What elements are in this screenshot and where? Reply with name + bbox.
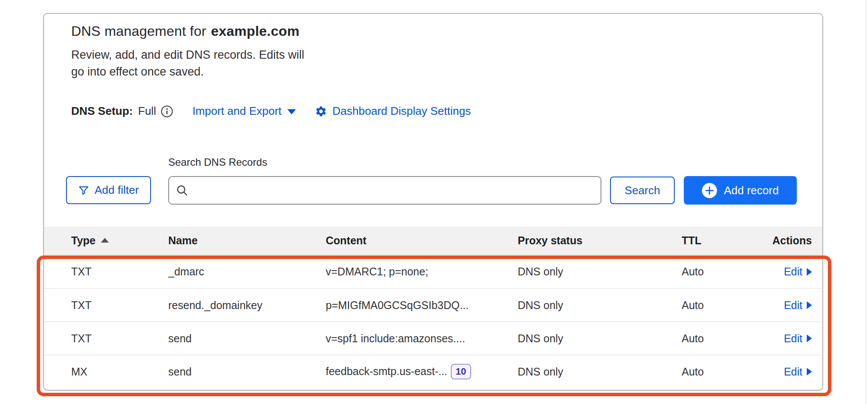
cell-ttl: Auto: [682, 299, 764, 312]
plus-icon: [702, 183, 717, 198]
column-header-actions: Actions: [764, 234, 812, 247]
edit-record-button[interactable]: Edit: [784, 299, 812, 312]
cell-type: MX: [71, 366, 168, 378]
add-filter-label: Add filter: [94, 183, 139, 197]
add-record-label: Add record: [724, 184, 779, 197]
cell-content: p=MIGfMA0GCSqGSIb3DQ...: [326, 299, 518, 312]
import-export-link[interactable]: Import and Export: [192, 104, 296, 118]
column-header-name[interactable]: Name: [168, 234, 326, 247]
page-title: DNS management for example.com: [71, 23, 299, 39]
dns-records-table: Type Name Content Proxy status TTL Actio…: [44, 227, 822, 388]
cell-type: TXT: [71, 265, 168, 278]
dashboard-display-settings-link[interactable]: Dashboard Display Settings: [315, 104, 471, 118]
table-row: TXT resend._domainkey p=MIGfMA0GCSqGSIb3…: [44, 288, 822, 322]
window-edge: [865, 0, 866, 404]
mx-priority-badge: 10: [451, 364, 471, 379]
page-title-domain: example.com: [211, 23, 299, 39]
add-filter-button[interactable]: Add filter: [66, 176, 151, 204]
search-button-label: Search: [625, 184, 660, 197]
cell-name: resend._domainkey: [168, 299, 326, 312]
column-header-proxy-status[interactable]: Proxy status: [518, 234, 682, 247]
cell-ttl: Auto: [682, 332, 764, 345]
cell-name: send: [168, 332, 326, 345]
subtitle-line-1: Review, add, and edit DNS records. Edits…: [71, 47, 304, 63]
table-row: TXT send v=spf1 include:amazonses.... DN…: [44, 322, 822, 355]
chevron-right-icon: [807, 335, 812, 342]
edit-record-button[interactable]: Edit: [784, 366, 812, 378]
column-header-type[interactable]: Type: [71, 234, 168, 247]
gear-icon: [315, 105, 327, 117]
table-row: MX send feedback-smtp.us-east-... 10 DNS…: [44, 355, 822, 388]
chevron-right-icon: [807, 268, 812, 276]
dns-setup-label: DNS Setup:: [71, 104, 133, 118]
table-header-row: Type Name Content Proxy status TTL Actio…: [44, 227, 822, 255]
dns-management-card: DNS management for example.com Review, a…: [43, 13, 823, 391]
cell-ttl: Auto: [682, 265, 764, 278]
cell-proxy-status: DNS only: [518, 265, 682, 278]
cell-type: TXT: [71, 332, 168, 345]
chevron-down-icon: [287, 109, 296, 114]
page-subtitle: Review, add, and edit DNS records. Edits…: [71, 47, 304, 80]
cell-type: TXT: [71, 299, 168, 312]
search-input[interactable]: [168, 176, 601, 205]
cell-name: send: [168, 366, 326, 378]
cell-ttl: Auto: [682, 366, 764, 378]
page: DNS management for example.com Review, a…: [0, 0, 868, 404]
chevron-right-icon: [807, 301, 812, 309]
cell-proxy-status: DNS only: [518, 299, 682, 312]
info-icon[interactable]: [160, 105, 173, 118]
chevron-right-icon: [807, 368, 812, 376]
dashboard-display-settings-label: Dashboard Display Settings: [333, 104, 471, 118]
edit-record-button[interactable]: Edit: [784, 265, 812, 278]
import-export-label: Import and Export: [192, 104, 282, 118]
search-button[interactable]: Search: [610, 177, 675, 204]
cell-content: feedback-smtp.us-east-... 10: [326, 364, 518, 379]
column-header-ttl[interactable]: TTL: [682, 234, 764, 247]
cell-content: v=spf1 include:amazonses....: [326, 332, 518, 345]
table-row: TXT _dmarc v=DMARC1; p=none; DNS only Au…: [44, 255, 822, 288]
cell-name: _dmarc: [168, 265, 326, 278]
column-header-content[interactable]: Content: [326, 234, 518, 247]
filter-funnel-icon: [78, 185, 89, 196]
cell-proxy-status: DNS only: [518, 332, 682, 345]
cell-proxy-status: DNS only: [518, 366, 682, 378]
dns-setup-value: Full: [138, 104, 156, 118]
cell-content: v=DMARC1; p=none;: [326, 265, 518, 278]
subtitle-line-2: go into effect once saved.: [71, 63, 304, 80]
search-input-wrap: [168, 176, 601, 205]
dns-setup-row: DNS Setup: Full Import and Export: [71, 104, 471, 118]
page-title-prefix: DNS management for: [71, 23, 206, 39]
search-dns-records-label: Search DNS Records: [168, 156, 267, 168]
add-record-button[interactable]: Add record: [684, 176, 797, 205]
sort-ascending-icon: [101, 238, 109, 243]
edit-record-button[interactable]: Edit: [784, 332, 812, 345]
